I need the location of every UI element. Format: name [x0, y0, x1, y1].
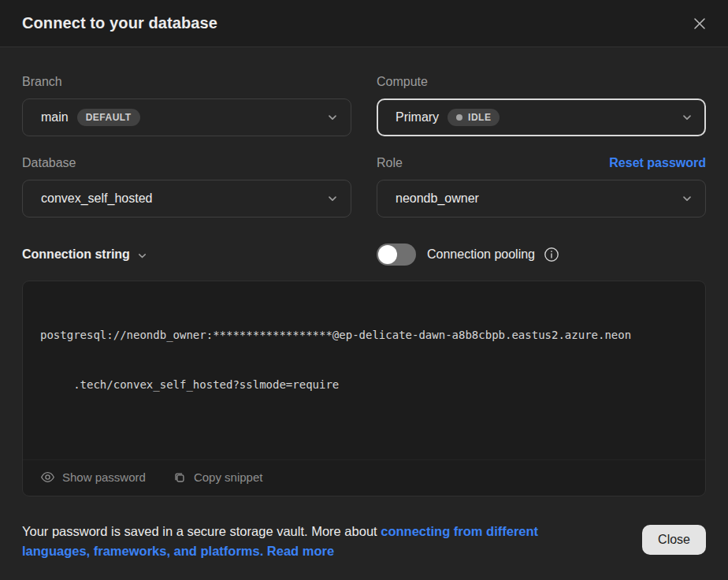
role-group: Role Reset password neondb_owner — [377, 156, 706, 217]
footer-note-text: Your password is saved in a secure stora… — [22, 524, 381, 538]
read-more-link[interactable]: Read more — [267, 544, 334, 558]
compute-select[interactable]: Primary IDLE — [377, 99, 706, 136]
show-password-label: Show password — [62, 470, 146, 484]
code-actions-bar: Show password Copy snippet — [23, 459, 705, 496]
status-dot — [456, 114, 462, 121]
connection-string-dropdown[interactable]: Connection string — [22, 247, 351, 262]
copy-snippet-button[interactable]: Copy snippet — [173, 470, 263, 485]
branch-value: main — [41, 110, 69, 125]
connection-pooling-label: Connection pooling — [427, 247, 535, 262]
compute-label: Compute — [377, 75, 706, 89]
toggle-knob — [378, 245, 397, 264]
role-value: neondb_owner — [396, 191, 479, 206]
connection-string-line1: postgresql://neondb_owner:**************… — [40, 327, 688, 344]
show-password-button[interactable]: Show password — [40, 470, 146, 485]
copy-snippet-label: Copy snippet — [194, 470, 263, 484]
connection-string-value[interactable]: postgresql://neondb_owner:**************… — [23, 281, 705, 439]
database-select[interactable]: convex_self_hosted — [22, 180, 351, 217]
idle-badge: IDLE — [448, 109, 500, 126]
default-badge: DEFAULT — [77, 109, 140, 126]
info-icon[interactable] — [544, 247, 559, 262]
eye-icon — [40, 470, 55, 485]
connection-string-label: Connection string — [22, 247, 130, 262]
branch-group: Branch main DEFAULT — [22, 75, 351, 136]
chevron-down-icon — [327, 193, 338, 204]
chevron-down-icon — [327, 112, 338, 123]
chevron-down-icon — [682, 193, 693, 204]
database-value: convex_self_hosted — [41, 191, 152, 206]
compute-value: Primary — [396, 110, 439, 125]
dialog-body: Branch main DEFAULT Compute Primary IDLE — [0, 47, 728, 580]
connection-pooling-toggle[interactable] — [377, 244, 416, 266]
connection-pooling-group: Connection pooling — [377, 244, 706, 266]
chevron-down-icon — [137, 251, 147, 261]
chevron-down-icon — [682, 112, 693, 123]
branch-select[interactable]: main DEFAULT — [22, 99, 351, 136]
footer-note: Your password is saved in a secure stora… — [22, 522, 609, 561]
connect-database-dialog: Connect to your database Branch main DEF… — [0, 0, 728, 580]
compute-group: Compute Primary IDLE — [377, 75, 706, 136]
role-label: Role — [377, 156, 403, 170]
dialog-header: Connect to your database — [0, 0, 728, 47]
close-icon[interactable] — [689, 13, 711, 35]
database-label: Database — [22, 156, 351, 170]
reset-password-link[interactable]: Reset password — [609, 156, 706, 170]
close-button[interactable]: Close — [642, 525, 706, 555]
copy-icon — [173, 470, 187, 485]
connection-string-box: postgresql://neondb_owner:**************… — [22, 281, 706, 496]
dialog-footer: Your password is saved in a secure stora… — [22, 522, 706, 561]
database-group: Database convex_self_hosted — [22, 156, 351, 217]
branch-label: Branch — [22, 75, 351, 89]
role-select[interactable]: neondb_owner — [377, 180, 706, 217]
connection-string-line2: .tech/convex_self_hosted?sslmode=require — [40, 377, 688, 393]
dialog-title: Connect to your database — [22, 14, 217, 32]
